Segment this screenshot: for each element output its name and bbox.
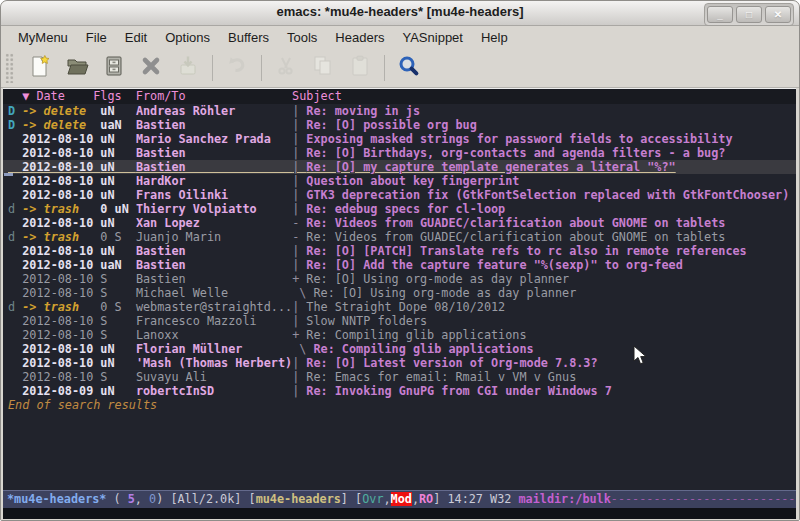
message-row[interactable]: 2012-08-10 S Francesco Mazzoli | Slow NN… (3, 314, 796, 328)
toolbar-separator (212, 55, 213, 81)
modeline-segment: Mod (391, 492, 412, 506)
message-row[interactable]: 2012-08-10 uN Frans Oilinki | GTK3 depre… (3, 188, 796, 202)
copy-icon (311, 54, 335, 82)
toolbar (1, 48, 799, 88)
maximize-icon[interactable]: □ (736, 6, 762, 23)
mode-line: *mu4e-headers* ( 5, 0) [All/2.0k] [mu4e-… (3, 490, 796, 508)
menu-item-yasnippet[interactable]: YASnippet (393, 28, 471, 47)
menu-bar: MyMenuFileEditOptionsBuffersToolsHeaders… (1, 26, 799, 48)
search-button[interactable] (396, 55, 422, 81)
message-row[interactable]: d -> trash 0 uN Thierry Volpiatto | Re: … (3, 202, 796, 216)
modeline-segment: , (383, 492, 390, 506)
close-buffer-button[interactable] (138, 55, 164, 81)
undo-button (224, 55, 250, 81)
modeline-segment: , (412, 492, 419, 506)
message-row[interactable]: 2012-08-10 uN Bastien | Re: [O] [PATCH] … (3, 244, 796, 258)
open-folder-icon (65, 54, 89, 82)
message-row[interactable]: 2012-08-10 uN Xan Lopez - Re: Videos fro… (3, 216, 796, 230)
modeline-segment: 5 (128, 492, 135, 506)
modeline-segment: Ovr (362, 492, 383, 506)
modeline-segment: ----------------------------------------… (611, 492, 796, 506)
message-row[interactable]: 2012-08-10 S Suvayu Ali | Re: Emacs for … (3, 370, 796, 384)
emacs-frame: ▼ Date Flgs From/To Subject D -> delete … (3, 88, 796, 519)
toolbar-separator (384, 55, 385, 81)
message-row[interactable]: 2012-08-10 uN Florian Müllner \ Re: Comp… (3, 342, 796, 356)
save-button[interactable] (101, 55, 127, 81)
minibuffer[interactable] (3, 508, 796, 519)
message-row[interactable]: 2012-08-10 S Lanoxx + Re: Compiling glib… (3, 328, 796, 342)
end-of-search-results: End of search results (3, 398, 796, 412)
toolbar-separator (261, 55, 262, 81)
message-row[interactable]: 2012-08-09 uN robertcInSD | Re: Invoking… (3, 384, 796, 398)
menu-item-buffers[interactable]: Buffers (219, 28, 278, 47)
save-as-icon (176, 54, 200, 82)
modeline-segment: ] [ (341, 492, 362, 506)
modeline-segment: ] 14:27 W32 (433, 492, 518, 506)
modeline-segment: , (135, 492, 149, 506)
modeline-segment: *mu4e-headers* (7, 492, 106, 506)
title-bar: emacs: *mu4e-headers* [mu4e-headers] _ □… (1, 1, 799, 26)
undo-icon (225, 54, 249, 82)
emacs-window: emacs: *mu4e-headers* [mu4e-headers] _ □… (0, 0, 800, 521)
cut-button (273, 55, 299, 81)
paste-icon (348, 54, 372, 82)
message-row[interactable]: 2012-08-10 uaN Bastien | Re: [O] Add the… (3, 258, 796, 272)
headers-column-header: ▼ Date Flgs From/To Subject (3, 89, 796, 104)
message-list: D -> delete uN Andreas Röhler | Re: movi… (3, 104, 796, 490)
close-buffer-icon (139, 54, 163, 82)
new-file-icon (28, 54, 52, 82)
menu-item-headers[interactable]: Headers (326, 28, 393, 47)
menu-item-options[interactable]: Options (156, 28, 219, 47)
message-row[interactable]: 2012-08-10 S Bastien + Re: [O] Using org… (3, 272, 796, 286)
save-icon (102, 54, 126, 82)
modeline-segment: ( (106, 492, 127, 506)
message-row[interactable]: 2012-08-10 S Michael Welle \ Re: [O] Usi… (3, 286, 796, 300)
modeline-segment: ) [All/2.0k] [ (156, 492, 255, 506)
minimize-icon[interactable]: _ (707, 6, 733, 23)
modeline-segment: RO (419, 492, 433, 506)
save-as-button (175, 55, 201, 81)
modeline-segment: maildir:/bulk (518, 492, 610, 506)
menu-item-tools[interactable]: Tools (278, 28, 326, 47)
message-row[interactable]: 2012-08-10 uN Bastien | Re: [O] Birthday… (3, 146, 796, 160)
message-row[interactable]: D -> delete uaN Bastien | Re: [O] possib… (3, 118, 796, 132)
message-row[interactable]: d -> trash 0 S webmaster@straightd...| T… (3, 300, 796, 314)
message-row[interactable]: 2012-08-10 uN HardKor | Question about k… (3, 174, 796, 188)
message-row[interactable]: d -> trash 0 S Juanjo Marin - Re: Videos… (3, 230, 796, 244)
window-controls: _ □ ✕ (704, 3, 794, 26)
menu-item-file[interactable]: File (77, 28, 116, 47)
message-row[interactable]: D -> delete uN Andreas Röhler | Re: movi… (3, 104, 796, 118)
menu-item-mymenu[interactable]: MyMenu (9, 28, 77, 47)
open-folder-button[interactable] (64, 55, 90, 81)
modeline-segment: mu4e-headers (256, 492, 341, 506)
menu-item-help[interactable]: Help (472, 28, 517, 47)
close-icon[interactable]: ✕ (765, 6, 791, 23)
paste-button (347, 55, 373, 81)
toolbar-grip-handle[interactable] (5, 53, 14, 83)
window-title: emacs: *mu4e-headers* [mu4e-headers] (1, 4, 799, 19)
copy-button (310, 55, 336, 81)
menu-item-edit[interactable]: Edit (116, 28, 156, 47)
message-row[interactable]: 2012-08-10 uN Bastien | Re: [O] my captu… (3, 160, 796, 174)
new-file-button[interactable] (27, 55, 53, 81)
message-row[interactable]: 2012-08-10 uN Mario Sanchez Prada | Expo… (3, 132, 796, 146)
search-icon (397, 54, 421, 82)
message-row[interactable]: 2012-08-10 uN 'Mash (Thomas Herbert)| Re… (3, 356, 796, 370)
cut-icon (274, 54, 298, 82)
